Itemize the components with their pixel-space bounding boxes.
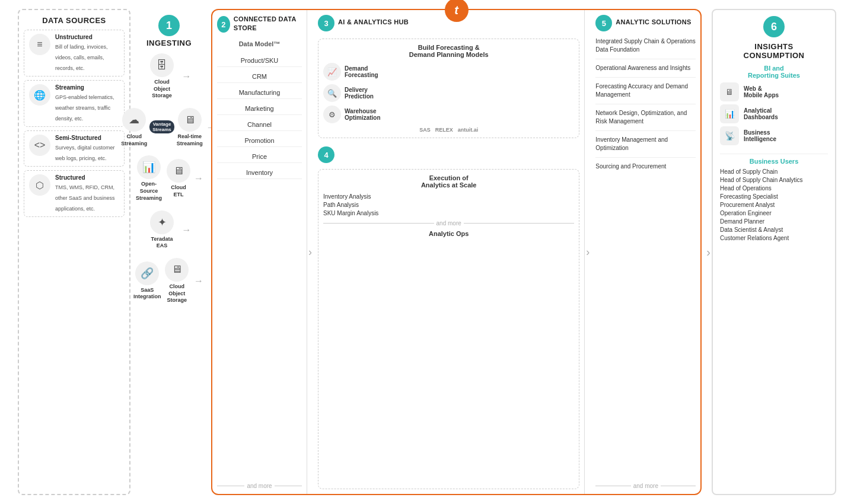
bi-icon: 📡 [720,126,739,145]
structured-desc: TMS, WMS, RFID, CRM, other SaaS and busi… [55,184,115,212]
business-users-section: Business Users Head of Supply ChainHead … [720,158,828,241]
hub-item-label: Demand Forecasting [345,65,378,78]
bu-item: Forecasting Specialist [720,193,828,200]
ing-icon-2-0: 📊 [137,155,161,179]
ing-row-0: 🗄Cloud Object Storage→ [133,53,205,100]
unstructured-label: Unstructured [55,34,119,40]
bu-item: Demand Planner [720,218,828,225]
sol-item: Network Design, Optimization, and Risk M… [595,109,696,131]
bu-item: Data Scientist & Analyst [720,227,828,233]
bu-item: Operation Engineer [720,210,828,216]
ingesting-title: INGESTING [146,39,192,47]
store-item-marketing: Marketing [217,103,302,115]
ing-node-2-1: 🖥Cloud ETL [167,159,190,198]
sol-item: Forecasting Accuracy and Demand Manageme… [595,82,696,104]
sol-item: Integrated Supply Chain & Operations Dat… [595,37,696,59]
bi-item-analytical: 📊 Analytical Dashboards [720,104,828,123]
semi-structured-text: Semi-Structured Surveys, digital custome… [55,135,119,162]
hub-top-section: Build Forecasting & Demand Planning Mode… [318,39,579,138]
ing-label-0-0: Cloud Object Storage [146,79,179,100]
insights-title: INSIGHTS CONSUMPTION [720,42,828,60]
ingesting-panel: 1 INGESTING 🗄Cloud Object Storage→☁Cloud… [130,9,208,495]
structured-icon: ⬡ [29,174,50,196]
bu-item: Head of Supply Chain Analytics [720,177,828,183]
ing-icon-2-1: 🖥 [167,159,190,183]
ing-node-4-0: 🔗SaaS Integration [133,261,161,301]
ing-icon-3-0: ✦ [150,210,174,234]
ds-item-streaming: 🌐 Streaming GPS-enabled telematics, weat… [24,80,125,127]
arrow-hub-to-solutions: › [585,246,591,259]
diagram: DATA SOURCES ≡ Unstructured Bill of ladi… [18,9,836,495]
ing-icon-4-0: 🔗 [135,261,159,285]
sol-item: Inventory Management and Optimization [595,136,696,158]
insights-panel: 6 INSIGHTS CONSUMPTION BI and Reporting … [712,9,836,495]
ing-label-3-0: Teradata EAS [146,236,179,250]
step-3-circle: 3 [318,15,334,31]
ing-label-4-0: SaaS Integration [133,287,161,301]
ing-icon-1-1: 🖥 [178,108,202,132]
hub-icon: ⚙ [323,106,341,123]
hub-partners: SASRELEXantuit.ai [323,127,574,133]
ing-node-1-1: 🖥Real-time Streaming [177,108,203,147]
ing-row-2: 📊Open-Source Streaming🖥Cloud ETL→ [133,155,205,202]
store-item-crm: CRM [217,71,302,83]
ing-label-4-1: Cloud Object Storage [164,283,191,304]
bu-item: Head of Operations [720,185,828,192]
bi-icon: 📊 [720,104,739,123]
main-box: t 2 CONNECTED DATA STORE Data Model™ Pro… [211,9,702,495]
store-item-promotion: Promotion [217,135,302,147]
streaming-desc: GPS-enabled telematics, weather streams,… [55,94,114,122]
ing-label-1-1: Real-time Streaming [177,133,203,147]
arrow-to-insights: › [705,245,712,259]
structured-text: Structured TMS, WMS, RFID, CRM, other Sa… [55,174,119,213]
ing-arrow-4: → [194,276,203,286]
bi-item-business: 📡 Business Intelligence [720,126,828,145]
step-2-circle: 2 [217,16,230,33]
ing-label-1-0: Cloud Streaming [121,133,147,147]
streaming-icon: 🌐 [29,84,50,106]
bi-label: Web & Mobile Apps [744,85,779,98]
data-model-label: Data Model™ [217,40,302,47]
insights-divider [720,154,828,154]
ds-item-structured: ⬡ Structured TMS, WMS, RFID, CRM, other … [24,170,125,217]
hub-icon: 📈 [323,63,341,81]
ing-icon-0-0: 🗄 [150,53,174,77]
connected-data-store: 2 CONNECTED DATA STORE Data Model™ Produ… [212,10,307,494]
step-6-circle: 6 [763,16,785,37]
bi-icon: 🖥 [720,82,739,101]
ing-node-0-0: 🗄Cloud Object Storage [146,53,179,100]
hub-exec-title: Execution of Analytics at Scale [323,174,574,189]
semi-structured-icon: <> [29,135,50,156]
ds-item-unstructured: ≡ Unstructured Bill of lading, invoices,… [24,30,125,76]
step-1-circle: 1 [158,15,180,36]
ing-arrow-2: → [194,173,203,184]
unstructured-text: Unstructured Bill of lading, invoices, v… [55,34,119,72]
ing-arrow-0: → [182,71,192,82]
hub-forecast-title: Build Forecasting & Demand Planning Mode… [323,44,574,58]
bi-label: Business Intelligence [744,129,776,142]
streaming-label: Streaming [55,84,119,91]
analytic-solutions-panel: 5 ANALYTIC SOLUTIONS Integrated Supply C… [591,10,700,494]
ing-label-2-1: Cloud ETL [171,184,186,198]
hub-bottom-section: Execution of Analytics at Scale Inventor… [318,169,579,489]
ing-row-4: 🔗SaaS Integration🖥Cloud Object Storage→ [133,258,205,304]
bi-item-web-&: 🖥 Web & Mobile Apps [720,82,828,101]
ing-icon-4-1: 🖥 [165,258,189,282]
store-item-price: Price [217,151,302,163]
structured-label: Structured [55,174,119,181]
business-users-subtitle: Business Users [720,158,828,165]
bi-section: BI and Reporting Suites 🖥 Web & Mobile A… [720,65,828,145]
ing-node-2-0: 📊Open-Source Streaming [133,155,164,202]
hub-item-label: Delivery Prediction [345,87,374,100]
ing-node-1-0: ☁Cloud Streaming [121,108,147,147]
ing-row-3: ✦Teradata EAS→ [133,210,205,250]
partner-sas: SAS [419,127,431,133]
step-4-circle: 4 [318,146,334,163]
store-item-product-sku: Product/SKU [217,55,302,67]
store-item-manufacturing: Manufacturing [217,87,302,99]
hub-icon: 🔍 [323,84,341,102]
hub-item-demand: 📈 Demand Forecasting [323,63,574,81]
partner-antuitai: antuit.ai [458,127,479,133]
store-item-channel: Channel [217,119,302,131]
ing-node-4-1: 🖥Cloud Object Storage [164,258,191,304]
